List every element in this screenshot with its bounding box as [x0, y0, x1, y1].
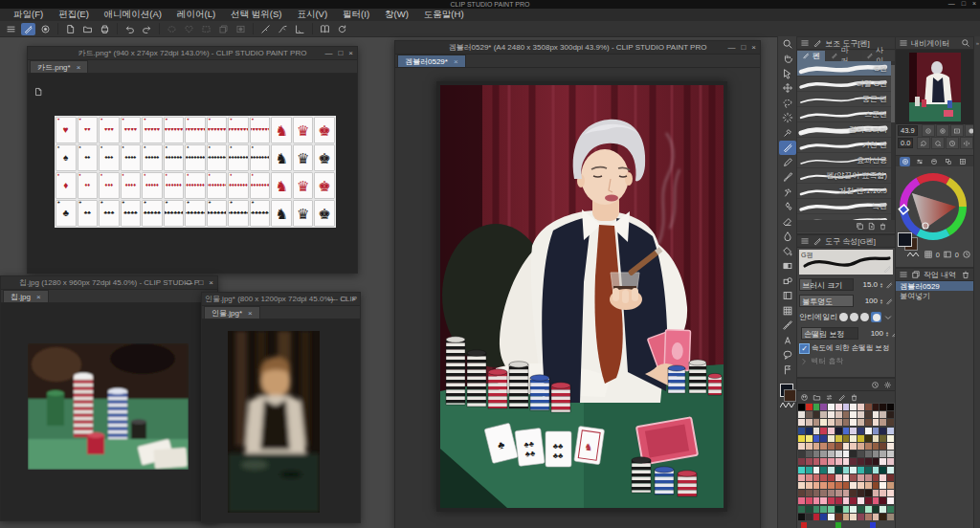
color-swatch[interactable] — [813, 443, 820, 450]
color-swatch[interactable] — [835, 506, 842, 513]
tool-operation[interactable] — [779, 363, 796, 377]
panel-menu-icon[interactable] — [899, 38, 908, 48]
window-chips-canvas[interactable] — [1, 303, 217, 520]
trash-icon[interactable] — [879, 222, 887, 231]
flip-h-button[interactable] — [960, 137, 973, 149]
tab-cards[interactable]: 카드.png*× — [30, 60, 88, 73]
color-swatch[interactable] — [865, 451, 872, 457]
new-icon[interactable] — [63, 23, 78, 35]
rotate-icon[interactable] — [335, 23, 349, 35]
tool-move[interactable] — [779, 81, 796, 96]
color-swatch[interactable] — [880, 497, 886, 504]
color-swatch[interactable] — [828, 490, 835, 496]
sel-circle-icon[interactable] — [165, 23, 179, 35]
color-swatch[interactable] — [858, 467, 864, 473]
window-person[interactable]: 인물.jpg* (800 x 1200px 72dpi 45.0%) - CLI… — [201, 292, 361, 523]
edit-preview-icon[interactable] — [882, 264, 892, 274]
property-value[interactable]: 15.0 — [856, 280, 878, 289]
color-swatch[interactable] — [880, 428, 886, 434]
grid-icon[interactable] — [924, 250, 933, 259]
color-swatch[interactable] — [858, 411, 864, 418]
color-swatch[interactable] — [865, 443, 872, 450]
color-swatch[interactable] — [873, 467, 880, 473]
trash-icon[interactable] — [850, 393, 858, 402]
color-swatch[interactable] — [798, 458, 805, 465]
color-swatch[interactable] — [843, 482, 850, 489]
color-swatch[interactable] — [843, 497, 850, 504]
color-swatch[interactable] — [850, 404, 857, 410]
tool-eraser[interactable] — [779, 214, 796, 229]
color-swatch[interactable] — [858, 474, 864, 481]
color-swatch[interactable] — [828, 411, 835, 418]
color-swatch[interactable] — [880, 506, 886, 513]
color-swatch[interactable] — [843, 428, 850, 434]
redo-icon[interactable] — [140, 23, 154, 35]
color-swatch[interactable] — [887, 514, 894, 520]
color-swatch[interactable] — [880, 411, 886, 418]
color-swatch[interactable] — [820, 490, 827, 496]
window-cards-titlebar[interactable]: 카드.png* (940 x 274px 72dpi 143.0%) - CLI… — [28, 47, 357, 60]
color-swatch[interactable] — [820, 435, 827, 442]
color-swatch[interactable] — [880, 514, 886, 520]
snap-angle-icon[interactable] — [293, 23, 307, 35]
color-swatch[interactable] — [798, 428, 805, 434]
color-swatch[interactable] — [865, 497, 872, 504]
menu-item[interactable]: 애니메이션(A) — [97, 9, 169, 21]
menu-item[interactable]: 표시(V) — [289, 9, 335, 21]
tool-brush[interactable] — [779, 170, 796, 185]
dynamics-icon[interactable] — [885, 281, 893, 289]
tool-pen[interactable] — [779, 141, 796, 155]
color-swatch[interactable] — [835, 443, 842, 450]
color-swatch[interactable] — [806, 443, 813, 450]
color-swatch[interactable] — [873, 474, 880, 481]
tool-pencil[interactable] — [779, 155, 796, 169]
brush-item[interactable]: 리얼 G펜 — [797, 77, 895, 92]
color-swatch[interactable] — [820, 497, 827, 504]
color-swatch[interactable] — [828, 419, 835, 426]
color-swatch[interactable] — [835, 467, 842, 473]
subtool-tab-사이[interactable]: 사이 — [861, 51, 896, 61]
color-swatch[interactable] — [865, 404, 872, 410]
color-swatch[interactable] — [887, 497, 894, 504]
tool-decoration[interactable] — [779, 200, 796, 214]
color-swatch[interactable] — [806, 419, 813, 426]
window-person-titlebar[interactable]: 인물.jpg* (800 x 1200px 72dpi 45.0%) - CLI… — [202, 293, 360, 306]
rot-ccw-button[interactable] — [917, 137, 930, 149]
color-swatch[interactable] — [813, 482, 820, 489]
tool-text[interactable] — [779, 333, 796, 347]
color-swatch[interactable] — [813, 458, 820, 465]
color-swatch[interactable] — [806, 506, 813, 513]
menu-item[interactable]: 레이어(L) — [169, 9, 223, 21]
color-swatch[interactable] — [835, 522, 841, 528]
menu-item[interactable]: 필터(I) — [335, 9, 377, 21]
window-cards-canvas[interactable]: ♥♥♥♥♥♥♥♥♥♥♥♥♥♥♥♥♥♥♥♥♥♥♥♥♥♥♥♥♥♥♥♥♥♥♥♥♥♥♥♥… — [28, 74, 357, 273]
clock-icon[interactable] — [871, 381, 880, 389]
color-swatch[interactable] — [865, 467, 872, 473]
color-swatch[interactable] — [813, 506, 820, 513]
color-swatch[interactable] — [835, 435, 842, 442]
layer-icon[interactable] — [216, 23, 231, 35]
color-swatch[interactable] — [843, 443, 850, 450]
color-swatch[interactable] — [806, 451, 813, 457]
tool-wand[interactable] — [779, 111, 796, 125]
color-swatch[interactable] — [813, 435, 820, 442]
color-swatch[interactable] — [865, 411, 872, 418]
color-swatch[interactable] — [887, 490, 894, 496]
sel-lasso-icon[interactable] — [182, 23, 196, 35]
color-swatch[interactable] — [850, 474, 857, 481]
color-swatch[interactable] — [887, 451, 894, 457]
color-swatch[interactable] — [798, 506, 805, 513]
pen-icon[interactable] — [837, 393, 846, 402]
color-swatch[interactable] — [873, 451, 880, 457]
color-swatch[interactable] — [873, 497, 880, 504]
window-main-canvas[interactable]: ♣ ♣♣♣♣ ♣♣♣♣ ♞ — [395, 68, 760, 528]
color-swatch[interactable] — [806, 514, 813, 520]
window-chips[interactable]: 칩.jpg (1280 x 960px 72dpi 45.0%) - CLIP … — [0, 275, 218, 521]
color-swatch[interactable] — [806, 428, 813, 434]
open-icon[interactable] — [80, 23, 95, 35]
color-swatch[interactable] — [887, 506, 894, 513]
color-swatch[interactable] — [806, 458, 813, 465]
menu-item[interactable]: 선택 범위(S) — [223, 9, 289, 21]
fit-button[interactable] — [950, 124, 964, 137]
color-swatch[interactable] — [813, 419, 820, 426]
